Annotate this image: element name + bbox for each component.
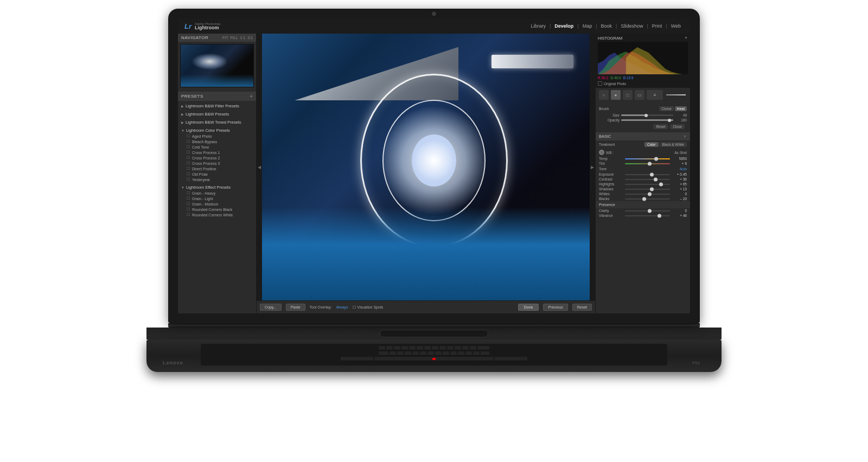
nav-fit[interactable]: FIT [222,36,228,40]
trackpoint[interactable] [432,358,436,360]
key[interactable] [397,351,404,356]
clarity-slider[interactable] [625,210,670,211]
preset-bleach-bypass[interactable]: Bleach Bypass [181,139,253,144]
heal-mode-btn[interactable]: Heal [675,106,687,111]
key[interactable] [401,346,408,350]
nav-book[interactable]: Book [598,22,615,30]
key[interactable] [420,351,426,356]
next-photo-arrow[interactable]: ▶ [590,34,595,300]
key[interactable] [432,346,438,350]
tool-circle[interactable]: ○ [599,90,609,100]
key[interactable] [465,351,472,356]
wb-eyedropper-icon[interactable] [599,150,604,155]
size-slider-track[interactable] [621,114,673,116]
preset-cross-process-2[interactable]: Cross Process 2 [181,155,253,161]
exposure-slider[interactable] [625,174,670,175]
nav-fill[interactable]: FILL [231,36,238,40]
preset-grain-light[interactable]: Grain - Light [181,196,253,201]
key[interactable] [450,351,457,356]
tint-slider[interactable] [625,163,670,164]
vibrance-slider[interactable] [625,215,670,216]
whites-slider[interactable] [625,194,670,195]
key[interactable] [447,346,454,350]
key[interactable] [417,346,423,350]
preset-aged-photo[interactable]: Aged Photo [181,133,253,139]
done-button[interactable]: Done [518,304,539,311]
key[interactable] [439,346,446,350]
panel-close-btn[interactable]: Close [670,124,685,129]
tool-square[interactable]: □ [623,90,633,100]
nav-slideshow[interactable]: Slideshow [618,22,646,30]
nav-3-1[interactable]: 3:1 [247,36,253,40]
preset-cold-tone[interactable]: Cold Tone [181,144,253,150]
key[interactable] [477,346,489,350]
preset-group-effect-title[interactable]: Lightroom Effect Presets [181,185,253,190]
key[interactable] [443,351,449,356]
bw-treatment-btn[interactable]: Black & White [660,142,687,147]
key[interactable] [427,351,434,356]
reset-button[interactable]: Reset [572,304,592,311]
preset-group-bw-filter-title[interactable]: Lightroom B&W Filter Presets [181,104,253,108]
preset-direct-positive[interactable]: Direct Positive [181,166,253,171]
nav-print[interactable]: Print [649,22,665,30]
contrast-slider[interactable] [625,179,670,180]
key[interactable] [379,346,385,350]
add-preset-button[interactable]: + [250,93,253,99]
panel-reset-btn[interactable]: Reset [653,124,668,129]
preset-cross-process-3[interactable]: Cross Process 3 [181,161,253,166]
nav-1-1[interactable]: 1:1 [240,36,246,40]
key[interactable] [455,346,461,350]
preset-old-polar[interactable]: Old Polar [181,171,253,177]
shadows-slider[interactable] [625,189,670,190]
spacebar-key[interactable] [374,357,494,361]
nav-library[interactable]: Library [528,22,548,30]
nav-web[interactable]: Web [668,22,684,30]
key[interactable] [435,351,442,356]
tool-rect[interactable]: ▭ [635,90,644,100]
clone-mode-btn[interactable]: Clone [659,106,673,111]
key[interactable] [458,351,464,356]
key[interactable] [424,346,431,350]
paste-button[interactable]: Paste [286,304,305,311]
preset-yesteryear[interactable]: Yesteryear [181,177,253,182]
key[interactable] [386,346,393,350]
preset-grain-heavy[interactable]: Grain - Heavy [181,190,253,196]
key[interactable] [379,351,388,356]
preset-group-bw-title[interactable]: Lightroom B&W Presets [181,112,253,117]
tool-dot[interactable]: ● [611,90,621,100]
color-treatment-btn[interactable]: Color [644,142,659,147]
preset-group-color-title[interactable]: Lightroom Color Presets [181,128,253,133]
preset-cross-process-1[interactable]: Cross Process 1 [181,150,253,155]
tool-gradient[interactable]: ≡ [647,90,663,100]
temp-slider[interactable] [625,158,670,159]
key[interactable] [390,351,396,356]
key[interactable] [405,351,411,356]
histogram-collapse[interactable]: ▼ [684,36,688,41]
auto-tone-btn[interactable]: Auto [680,167,687,171]
nav-map[interactable]: Map [580,22,595,30]
key[interactable] [470,346,476,350]
key[interactable] [409,346,416,350]
basic-collapse[interactable]: ▼ [683,134,687,138]
original-photo-checkbox[interactable] [598,81,602,86]
space-key[interactable] [341,357,373,361]
opacity-slider-track[interactable] [621,119,673,121]
key[interactable] [462,346,469,350]
key[interactable] [481,351,489,356]
preset-rounded-white[interactable]: Rounded Corners White [181,212,253,217]
tool-overlay-value[interactable]: Always [336,305,348,309]
space-key-2[interactable] [495,357,527,361]
key[interactable] [412,351,419,356]
previous-button[interactable]: Previous [543,304,567,311]
highlights-slider[interactable] [625,184,670,185]
key[interactable] [473,351,480,356]
nav-develop[interactable]: Develop [552,22,576,30]
trackpad[interactable] [380,330,488,337]
preset-grain-medium[interactable]: Grain - Medium [181,201,253,207]
preset-rounded-black[interactable]: Rounded Corners Black [181,207,253,212]
prev-photo-arrow[interactable]: ◀ [257,34,262,300]
key[interactable] [394,346,400,350]
preset-group-bw-toned-title[interactable]: Lightroom B&W Toned Presets [181,120,253,125]
copy-button[interactable]: Copy... [260,304,282,311]
blacks-slider[interactable] [625,198,670,200]
